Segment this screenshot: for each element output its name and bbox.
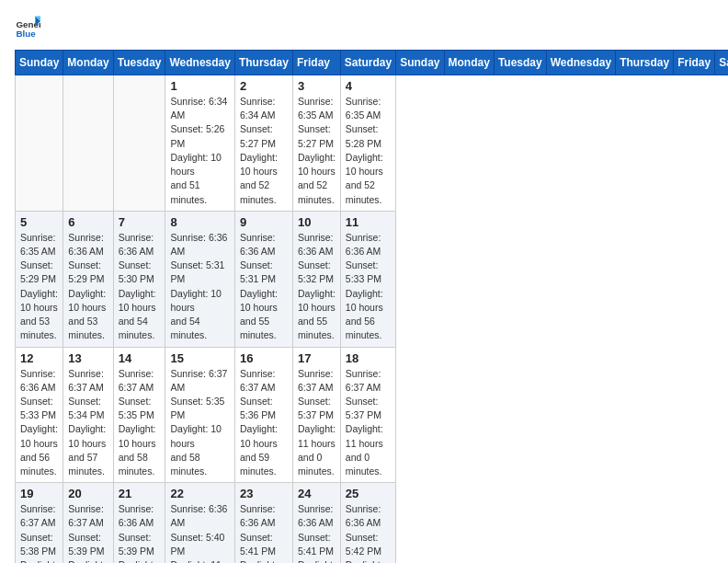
day-number: 12 bbox=[20, 351, 58, 365]
calendar-cell: 6Sunrise: 6:36 AM Sunset: 5:29 PM Daylig… bbox=[63, 211, 113, 347]
day-number: 1 bbox=[170, 79, 229, 93]
day-info: Sunrise: 6:36 AM Sunset: 5:41 PM Dayligh… bbox=[298, 502, 336, 563]
day-header-thursday: Thursday bbox=[234, 51, 292, 75]
calendar-cell: 9Sunrise: 6:36 AM Sunset: 5:31 PM Daylig… bbox=[234, 211, 292, 347]
day-header-friday: Friday bbox=[292, 51, 340, 75]
day-header-monday: Monday bbox=[63, 51, 113, 75]
day-header-sunday: Sunday bbox=[396, 51, 444, 75]
logo-icon: General Blue bbox=[15, 15, 40, 40]
calendar-cell: 24Sunrise: 6:36 AM Sunset: 5:41 PM Dayli… bbox=[292, 483, 340, 563]
day-number: 14 bbox=[119, 351, 161, 365]
header-row: SundayMondayTuesdayWednesdayThursdayFrid… bbox=[16, 51, 729, 75]
calendar-table: SundayMondayTuesdayWednesdayThursdayFrid… bbox=[15, 50, 728, 563]
calendar-cell bbox=[113, 75, 165, 212]
calendar-cell: 17Sunrise: 6:37 AM Sunset: 5:37 PM Dayli… bbox=[292, 347, 340, 483]
day-number: 24 bbox=[298, 487, 336, 500]
day-info: Sunrise: 6:36 AM Sunset: 5:31 PM Dayligh… bbox=[170, 231, 229, 343]
day-info: Sunrise: 6:36 AM Sunset: 5:30 PM Dayligh… bbox=[119, 231, 161, 343]
day-info: Sunrise: 6:37 AM Sunset: 5:35 PM Dayligh… bbox=[119, 367, 161, 479]
day-info: Sunrise: 6:36 AM Sunset: 5:33 PM Dayligh… bbox=[346, 231, 391, 343]
calendar-cell: 23Sunrise: 6:36 AM Sunset: 5:41 PM Dayli… bbox=[234, 483, 292, 563]
calendar-cell: 3Sunrise: 6:35 AM Sunset: 5:27 PM Daylig… bbox=[292, 75, 340, 212]
calendar-cell: 2Sunrise: 6:34 AM Sunset: 5:27 PM Daylig… bbox=[234, 75, 292, 212]
week-row: 12Sunrise: 6:36 AM Sunset: 5:33 PM Dayli… bbox=[16, 347, 729, 483]
day-header-saturday: Saturday bbox=[715, 51, 728, 75]
calendar-cell: 1Sunrise: 6:34 AM Sunset: 5:26 PM Daylig… bbox=[165, 75, 234, 212]
week-row: 1Sunrise: 6:34 AM Sunset: 5:26 PM Daylig… bbox=[16, 75, 729, 212]
day-info: Sunrise: 6:37 AM Sunset: 5:38 PM Dayligh… bbox=[20, 502, 58, 563]
day-number: 21 bbox=[119, 487, 161, 500]
day-info: Sunrise: 6:37 AM Sunset: 5:39 PM Dayligh… bbox=[68, 502, 108, 563]
day-info: Sunrise: 6:36 AM Sunset: 5:29 PM Dayligh… bbox=[68, 231, 108, 343]
day-info: Sunrise: 6:37 AM Sunset: 5:37 PM Dayligh… bbox=[346, 367, 391, 479]
day-number: 6 bbox=[68, 215, 108, 229]
calendar-cell: 8Sunrise: 6:36 AM Sunset: 5:31 PM Daylig… bbox=[165, 211, 234, 347]
day-header-tuesday: Tuesday bbox=[113, 51, 165, 75]
calendar-cell: 7Sunrise: 6:36 AM Sunset: 5:30 PM Daylig… bbox=[113, 211, 165, 347]
day-number: 4 bbox=[346, 79, 391, 93]
week-row: 5Sunrise: 6:35 AM Sunset: 5:29 PM Daylig… bbox=[16, 211, 729, 347]
day-number: 9 bbox=[240, 215, 288, 229]
day-info: Sunrise: 6:36 AM Sunset: 5:33 PM Dayligh… bbox=[20, 367, 58, 479]
calendar-cell: 18Sunrise: 6:37 AM Sunset: 5:37 PM Dayli… bbox=[340, 347, 395, 483]
day-number: 25 bbox=[346, 487, 391, 500]
day-header-wednesday: Wednesday bbox=[546, 51, 615, 75]
day-info: Sunrise: 6:34 AM Sunset: 5:26 PM Dayligh… bbox=[170, 95, 229, 207]
calendar-cell bbox=[16, 75, 63, 212]
day-info: Sunrise: 6:37 AM Sunset: 5:34 PM Dayligh… bbox=[68, 367, 108, 479]
day-number: 10 bbox=[298, 215, 336, 229]
day-number: 19 bbox=[20, 487, 58, 500]
day-number: 7 bbox=[119, 215, 161, 229]
calendar-cell: 4Sunrise: 6:35 AM Sunset: 5:28 PM Daylig… bbox=[340, 75, 395, 212]
day-info: Sunrise: 6:36 AM Sunset: 5:42 PM Dayligh… bbox=[346, 502, 391, 563]
calendar-cell: 14Sunrise: 6:37 AM Sunset: 5:35 PM Dayli… bbox=[113, 347, 165, 483]
svg-text:Blue: Blue bbox=[16, 29, 36, 39]
day-number: 16 bbox=[240, 351, 288, 365]
day-number: 17 bbox=[298, 351, 336, 365]
day-number: 13 bbox=[68, 351, 108, 365]
day-header-sunday: Sunday bbox=[16, 51, 63, 75]
day-header-thursday: Thursday bbox=[616, 51, 674, 75]
day-info: Sunrise: 6:37 AM Sunset: 5:37 PM Dayligh… bbox=[298, 367, 336, 479]
day-number: 15 bbox=[170, 351, 229, 365]
day-number: 20 bbox=[68, 487, 108, 500]
day-number: 11 bbox=[346, 215, 391, 229]
day-number: 22 bbox=[170, 487, 229, 500]
day-header-monday: Monday bbox=[444, 51, 494, 75]
day-number: 3 bbox=[298, 79, 336, 93]
day-number: 18 bbox=[346, 351, 391, 365]
page-header: General Blue bbox=[15, 15, 713, 40]
calendar-cell: 25Sunrise: 6:36 AM Sunset: 5:42 PM Dayli… bbox=[340, 483, 395, 563]
calendar-cell: 12Sunrise: 6:36 AM Sunset: 5:33 PM Dayli… bbox=[16, 347, 63, 483]
calendar-cell: 20Sunrise: 6:37 AM Sunset: 5:39 PM Dayli… bbox=[63, 483, 113, 563]
day-info: Sunrise: 6:35 AM Sunset: 5:28 PM Dayligh… bbox=[346, 95, 391, 207]
day-info: Sunrise: 6:36 AM Sunset: 5:39 PM Dayligh… bbox=[119, 502, 161, 563]
day-header-wednesday: Wednesday bbox=[165, 51, 234, 75]
calendar-cell: 13Sunrise: 6:37 AM Sunset: 5:34 PM Dayli… bbox=[63, 347, 113, 483]
day-info: Sunrise: 6:36 AM Sunset: 5:40 PM Dayligh… bbox=[170, 502, 229, 563]
day-header-tuesday: Tuesday bbox=[494, 51, 546, 75]
day-info: Sunrise: 6:35 AM Sunset: 5:27 PM Dayligh… bbox=[298, 95, 336, 207]
week-row: 19Sunrise: 6:37 AM Sunset: 5:38 PM Dayli… bbox=[16, 483, 729, 563]
day-number: 5 bbox=[20, 215, 58, 229]
day-info: Sunrise: 6:36 AM Sunset: 5:41 PM Dayligh… bbox=[240, 502, 288, 563]
calendar-cell: 16Sunrise: 6:37 AM Sunset: 5:36 PM Dayli… bbox=[234, 347, 292, 483]
day-info: Sunrise: 6:37 AM Sunset: 5:36 PM Dayligh… bbox=[240, 367, 288, 479]
day-info: Sunrise: 6:37 AM Sunset: 5:35 PM Dayligh… bbox=[170, 367, 229, 479]
day-number: 23 bbox=[240, 487, 288, 500]
calendar-cell: 22Sunrise: 6:36 AM Sunset: 5:40 PM Dayli… bbox=[165, 483, 234, 563]
day-info: Sunrise: 6:36 AM Sunset: 5:31 PM Dayligh… bbox=[240, 231, 288, 343]
day-header-saturday: Saturday bbox=[340, 51, 395, 75]
day-number: 8 bbox=[170, 215, 229, 229]
day-header-friday: Friday bbox=[674, 51, 715, 75]
logo: General Blue bbox=[15, 15, 40, 40]
day-number: 2 bbox=[240, 79, 288, 93]
calendar-cell: 15Sunrise: 6:37 AM Sunset: 5:35 PM Dayli… bbox=[165, 347, 234, 483]
day-info: Sunrise: 6:36 AM Sunset: 5:32 PM Dayligh… bbox=[298, 231, 336, 343]
day-info: Sunrise: 6:35 AM Sunset: 5:29 PM Dayligh… bbox=[20, 231, 58, 343]
calendar-cell: 10Sunrise: 6:36 AM Sunset: 5:32 PM Dayli… bbox=[292, 211, 340, 347]
calendar-cell: 21Sunrise: 6:36 AM Sunset: 5:39 PM Dayli… bbox=[113, 483, 165, 563]
calendar-cell: 11Sunrise: 6:36 AM Sunset: 5:33 PM Dayli… bbox=[340, 211, 395, 347]
calendar-cell: 5Sunrise: 6:35 AM Sunset: 5:29 PM Daylig… bbox=[16, 211, 63, 347]
day-info: Sunrise: 6:34 AM Sunset: 5:27 PM Dayligh… bbox=[240, 95, 288, 207]
